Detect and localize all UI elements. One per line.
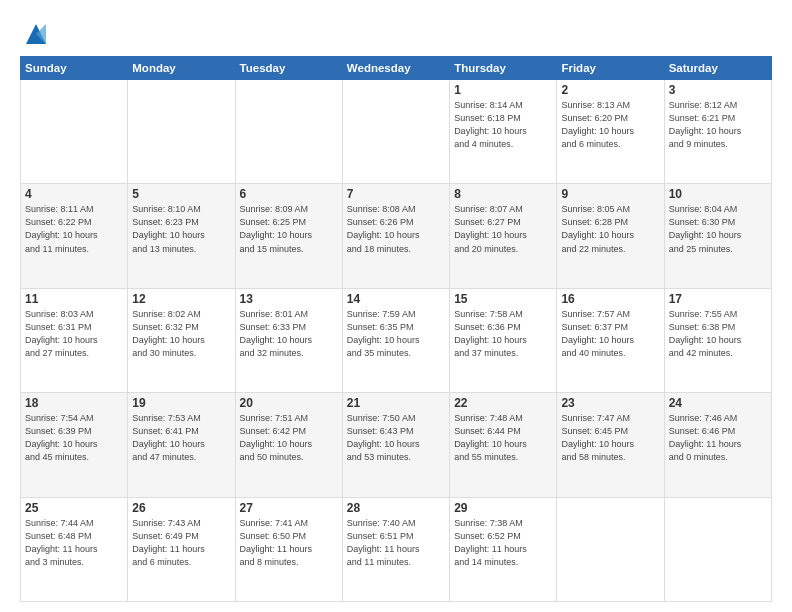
- calendar-page: SundayMondayTuesdayWednesdayThursdayFrid…: [0, 0, 792, 612]
- logo: [20, 20, 50, 48]
- calendar-cell: 18Sunrise: 7:54 AM Sunset: 6:39 PM Dayli…: [21, 393, 128, 497]
- day-info: Sunrise: 7:41 AM Sunset: 6:50 PM Dayligh…: [240, 517, 338, 569]
- day-number: 14: [347, 292, 445, 306]
- day-number: 22: [454, 396, 552, 410]
- calendar-cell: [128, 80, 235, 184]
- day-info: Sunrise: 7:48 AM Sunset: 6:44 PM Dayligh…: [454, 412, 552, 464]
- calendar-cell: 1Sunrise: 8:14 AM Sunset: 6:18 PM Daylig…: [450, 80, 557, 184]
- calendar-cell: 14Sunrise: 7:59 AM Sunset: 6:35 PM Dayli…: [342, 288, 449, 392]
- calendar-cell: 5Sunrise: 8:10 AM Sunset: 6:23 PM Daylig…: [128, 184, 235, 288]
- calendar-cell: 6Sunrise: 8:09 AM Sunset: 6:25 PM Daylig…: [235, 184, 342, 288]
- calendar-cell: 25Sunrise: 7:44 AM Sunset: 6:48 PM Dayli…: [21, 497, 128, 601]
- day-number: 13: [240, 292, 338, 306]
- day-info: Sunrise: 8:03 AM Sunset: 6:31 PM Dayligh…: [25, 308, 123, 360]
- day-info: Sunrise: 8:11 AM Sunset: 6:22 PM Dayligh…: [25, 203, 123, 255]
- page-header: [20, 16, 772, 48]
- calendar-cell: 28Sunrise: 7:40 AM Sunset: 6:51 PM Dayli…: [342, 497, 449, 601]
- calendar-cell: 22Sunrise: 7:48 AM Sunset: 6:44 PM Dayli…: [450, 393, 557, 497]
- day-number: 3: [669, 83, 767, 97]
- calendar-cell: [235, 80, 342, 184]
- day-number: 27: [240, 501, 338, 515]
- day-info: Sunrise: 8:14 AM Sunset: 6:18 PM Dayligh…: [454, 99, 552, 151]
- weekday-header: Friday: [557, 57, 664, 80]
- day-info: Sunrise: 7:40 AM Sunset: 6:51 PM Dayligh…: [347, 517, 445, 569]
- day-info: Sunrise: 8:12 AM Sunset: 6:21 PM Dayligh…: [669, 99, 767, 151]
- day-info: Sunrise: 8:08 AM Sunset: 6:26 PM Dayligh…: [347, 203, 445, 255]
- day-number: 29: [454, 501, 552, 515]
- calendar-cell: 11Sunrise: 8:03 AM Sunset: 6:31 PM Dayli…: [21, 288, 128, 392]
- day-number: 5: [132, 187, 230, 201]
- calendar-cell: 17Sunrise: 7:55 AM Sunset: 6:38 PM Dayli…: [664, 288, 771, 392]
- calendar-cell: [21, 80, 128, 184]
- day-number: 24: [669, 396, 767, 410]
- day-number: 2: [561, 83, 659, 97]
- calendar-week-row: 1Sunrise: 8:14 AM Sunset: 6:18 PM Daylig…: [21, 80, 772, 184]
- calendar-cell: 9Sunrise: 8:05 AM Sunset: 6:28 PM Daylig…: [557, 184, 664, 288]
- day-number: 6: [240, 187, 338, 201]
- calendar-cell: 13Sunrise: 8:01 AM Sunset: 6:33 PM Dayli…: [235, 288, 342, 392]
- day-info: Sunrise: 7:46 AM Sunset: 6:46 PM Dayligh…: [669, 412, 767, 464]
- calendar-cell: 21Sunrise: 7:50 AM Sunset: 6:43 PM Dayli…: [342, 393, 449, 497]
- day-info: Sunrise: 7:44 AM Sunset: 6:48 PM Dayligh…: [25, 517, 123, 569]
- calendar-cell: 19Sunrise: 7:53 AM Sunset: 6:41 PM Dayli…: [128, 393, 235, 497]
- calendar-cell: 4Sunrise: 8:11 AM Sunset: 6:22 PM Daylig…: [21, 184, 128, 288]
- calendar-cell: 10Sunrise: 8:04 AM Sunset: 6:30 PM Dayli…: [664, 184, 771, 288]
- day-number: 7: [347, 187, 445, 201]
- day-number: 20: [240, 396, 338, 410]
- calendar-cell: 15Sunrise: 7:58 AM Sunset: 6:36 PM Dayli…: [450, 288, 557, 392]
- day-number: 12: [132, 292, 230, 306]
- day-number: 25: [25, 501, 123, 515]
- day-number: 1: [454, 83, 552, 97]
- day-info: Sunrise: 8:05 AM Sunset: 6:28 PM Dayligh…: [561, 203, 659, 255]
- day-info: Sunrise: 8:09 AM Sunset: 6:25 PM Dayligh…: [240, 203, 338, 255]
- weekday-header: Wednesday: [342, 57, 449, 80]
- day-info: Sunrise: 7:51 AM Sunset: 6:42 PM Dayligh…: [240, 412, 338, 464]
- weekday-header: Monday: [128, 57, 235, 80]
- calendar-cell: 26Sunrise: 7:43 AM Sunset: 6:49 PM Dayli…: [128, 497, 235, 601]
- calendar-cell: 7Sunrise: 8:08 AM Sunset: 6:26 PM Daylig…: [342, 184, 449, 288]
- calendar-week-row: 4Sunrise: 8:11 AM Sunset: 6:22 PM Daylig…: [21, 184, 772, 288]
- calendar-cell: 12Sunrise: 8:02 AM Sunset: 6:32 PM Dayli…: [128, 288, 235, 392]
- day-number: 18: [25, 396, 123, 410]
- weekday-header: Tuesday: [235, 57, 342, 80]
- calendar-cell: 29Sunrise: 7:38 AM Sunset: 6:52 PM Dayli…: [450, 497, 557, 601]
- calendar-cell: 27Sunrise: 7:41 AM Sunset: 6:50 PM Dayli…: [235, 497, 342, 601]
- day-number: 9: [561, 187, 659, 201]
- day-number: 16: [561, 292, 659, 306]
- day-info: Sunrise: 7:53 AM Sunset: 6:41 PM Dayligh…: [132, 412, 230, 464]
- day-number: 21: [347, 396, 445, 410]
- day-info: Sunrise: 7:55 AM Sunset: 6:38 PM Dayligh…: [669, 308, 767, 360]
- calendar-cell: 23Sunrise: 7:47 AM Sunset: 6:45 PM Dayli…: [557, 393, 664, 497]
- day-number: 4: [25, 187, 123, 201]
- calendar-cell: 16Sunrise: 7:57 AM Sunset: 6:37 PM Dayli…: [557, 288, 664, 392]
- day-info: Sunrise: 7:59 AM Sunset: 6:35 PM Dayligh…: [347, 308, 445, 360]
- calendar-cell: 2Sunrise: 8:13 AM Sunset: 6:20 PM Daylig…: [557, 80, 664, 184]
- weekday-header: Sunday: [21, 57, 128, 80]
- day-info: Sunrise: 8:01 AM Sunset: 6:33 PM Dayligh…: [240, 308, 338, 360]
- day-info: Sunrise: 8:04 AM Sunset: 6:30 PM Dayligh…: [669, 203, 767, 255]
- day-info: Sunrise: 7:38 AM Sunset: 6:52 PM Dayligh…: [454, 517, 552, 569]
- day-info: Sunrise: 7:58 AM Sunset: 6:36 PM Dayligh…: [454, 308, 552, 360]
- day-info: Sunrise: 7:54 AM Sunset: 6:39 PM Dayligh…: [25, 412, 123, 464]
- day-info: Sunrise: 8:07 AM Sunset: 6:27 PM Dayligh…: [454, 203, 552, 255]
- calendar-cell: [664, 497, 771, 601]
- day-number: 8: [454, 187, 552, 201]
- day-number: 17: [669, 292, 767, 306]
- calendar-week-row: 18Sunrise: 7:54 AM Sunset: 6:39 PM Dayli…: [21, 393, 772, 497]
- calendar-cell: 20Sunrise: 7:51 AM Sunset: 6:42 PM Dayli…: [235, 393, 342, 497]
- calendar-cell: 3Sunrise: 8:12 AM Sunset: 6:21 PM Daylig…: [664, 80, 771, 184]
- day-info: Sunrise: 8:02 AM Sunset: 6:32 PM Dayligh…: [132, 308, 230, 360]
- day-number: 15: [454, 292, 552, 306]
- calendar-cell: 8Sunrise: 8:07 AM Sunset: 6:27 PM Daylig…: [450, 184, 557, 288]
- day-number: 11: [25, 292, 123, 306]
- day-info: Sunrise: 7:43 AM Sunset: 6:49 PM Dayligh…: [132, 517, 230, 569]
- weekday-header: Thursday: [450, 57, 557, 80]
- day-number: 23: [561, 396, 659, 410]
- calendar-week-row: 25Sunrise: 7:44 AM Sunset: 6:48 PM Dayli…: [21, 497, 772, 601]
- weekday-header: Saturday: [664, 57, 771, 80]
- calendar-cell: [557, 497, 664, 601]
- day-number: 10: [669, 187, 767, 201]
- day-number: 19: [132, 396, 230, 410]
- calendar-cell: 24Sunrise: 7:46 AM Sunset: 6:46 PM Dayli…: [664, 393, 771, 497]
- calendar-cell: [342, 80, 449, 184]
